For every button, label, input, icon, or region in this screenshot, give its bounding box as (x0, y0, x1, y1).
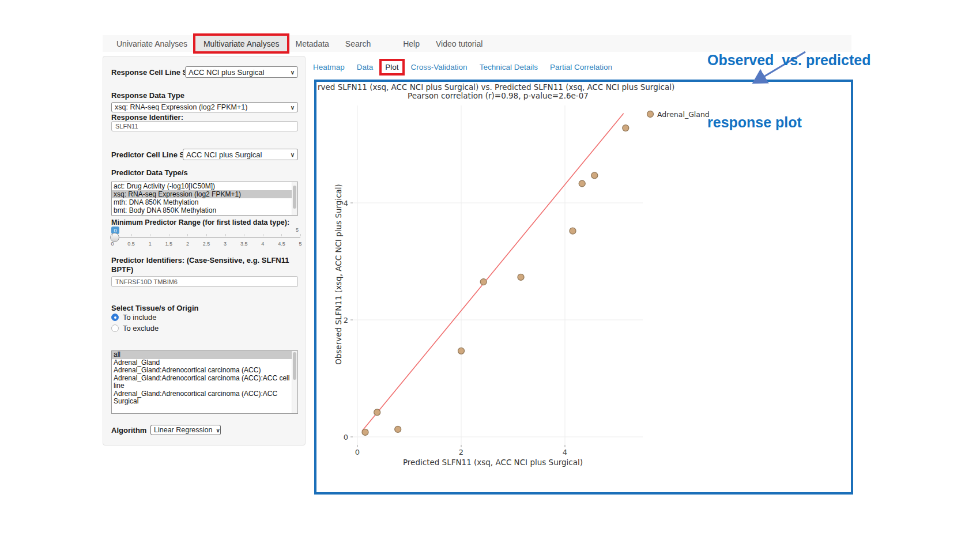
radio-label: To exclude (123, 324, 159, 333)
list-option[interactable]: mth: DNA 850K Methylation (112, 198, 297, 206)
tab-data[interactable]: Data (357, 63, 374, 71)
regression-line (362, 114, 624, 431)
tab-partial-correlation[interactable]: Partial Correlation (550, 63, 612, 71)
predictor-cell-line-set-select[interactable]: ACC NCI plus Surgical ∨ (183, 149, 298, 160)
nav-item-label: Univariate Analyses (116, 39, 187, 48)
predictor-data-types-label: Predictor Data Type/s (111, 168, 188, 178)
chevron-down-icon: ∨ (291, 152, 295, 158)
slider-tick-label: 0.5 (127, 241, 135, 247)
scrollbar-thumb[interactable] (293, 186, 296, 209)
data-point[interactable] (458, 348, 465, 354)
data-point[interactable] (591, 172, 598, 179)
slider-tick-mark (225, 234, 226, 236)
slider-track[interactable] (112, 237, 300, 238)
tab-label: Partial Correlation (550, 63, 612, 71)
list-option[interactable]: all (112, 351, 292, 359)
slider-tick-mark (300, 234, 301, 236)
legend-marker-icon[interactable] (647, 111, 654, 118)
algorithm-value: Linear Regression (154, 426, 212, 434)
response-cell-line-set-select[interactable]: ACC NCI plus Surgical ∨ (185, 66, 298, 78)
page: { "annotation": { "line1": "Observed vs.… (0, 0, 980, 551)
response-identifier-input[interactable] (111, 121, 298, 131)
data-point[interactable] (570, 228, 576, 234)
chevron-down-icon: ∨ (291, 104, 295, 111)
list-option[interactable]: bmt: Body DNA 850K Methylation (112, 206, 297, 214)
tab-technical-details[interactable]: Technical Details (480, 63, 538, 71)
tab-label: Data (357, 63, 374, 71)
response-data-type-select[interactable]: xsq: RNA-seq Expression (log2 FPKM+1) ∨ (111, 102, 298, 112)
data-point[interactable] (395, 426, 401, 432)
x-tick-label: 0 (355, 448, 360, 456)
chevron-down-icon: ∨ (216, 427, 220, 433)
min-predictor-range-label: Minimum Predictor Range (for first liste… (111, 218, 289, 227)
list-option[interactable]: Adrenal_Gland:Adrenocortical carcinoma (… (112, 390, 292, 406)
scrollbar[interactable] (292, 182, 297, 215)
slider-tick-mark (244, 234, 244, 236)
legend-label[interactable]: Adrenal_Gland (657, 110, 710, 119)
algorithm-select[interactable]: Linear Regression ∨ (150, 425, 221, 435)
tab-label: Plot (385, 63, 398, 71)
radio-icon[interactable] (111, 324, 119, 332)
x-tick-label: 2 (459, 448, 463, 456)
slider-tick-label: 4.5 (278, 241, 285, 247)
data-point[interactable] (518, 274, 524, 280)
nav-item-search[interactable]: Search (337, 35, 379, 52)
slider-tick-mark (150, 234, 150, 236)
slider-tick-mark (263, 234, 263, 236)
y-tick-label: 4 (344, 199, 348, 207)
nav-item-label: Help (403, 39, 420, 48)
y-tick-label: 2 (344, 316, 348, 324)
nav-item-label: Video tutorial (436, 39, 483, 48)
nav-item-label: Multivariate Analyses (203, 39, 280, 48)
scrollbar-thumb[interactable] (293, 352, 296, 380)
slider-tick-label: 1 (149, 241, 152, 247)
predictor-data-types-options: act: Drug Activity (-log10[IC50M])xsq: R… (112, 182, 297, 214)
predictor-cell-line-set-label: Predictor Cell Line Set (111, 150, 191, 160)
algorithm-label: Algorithm (111, 426, 146, 435)
data-point[interactable] (480, 279, 487, 285)
response-cell-line-set-value: ACC NCI plus Surgical (189, 68, 265, 77)
slider-tick-mark (131, 234, 132, 236)
tab-label: Technical Details (480, 63, 538, 71)
y-tick-label: 0 (344, 433, 348, 441)
annotation-callout: Observed vs. predicted response plot (707, 8, 870, 153)
tab-label: Cross-Validation (411, 63, 468, 71)
sidebar-panel: Response Cell Line Set ACC NCI plus Surg… (103, 56, 306, 446)
predictor-data-types-listbox[interactable]: act: Drug Activity (-log10[IC50M])xsq: R… (111, 182, 298, 216)
nav-item-help[interactable]: Help (395, 35, 428, 52)
radio-to-include[interactable]: To include (111, 313, 157, 322)
nav-item-metadata[interactable]: Metadata (287, 35, 337, 52)
slider-tick-label: 2 (186, 241, 189, 247)
radio-icon[interactable] (111, 314, 119, 321)
slider-tick-mark (206, 234, 207, 236)
list-option[interactable]: Adrenal_Gland (112, 359, 292, 367)
data-point[interactable] (362, 429, 368, 435)
tab-heatmap[interactable]: Heatmap (313, 63, 345, 71)
nav-item-label: Search (345, 39, 371, 48)
scrollbar[interactable] (292, 351, 297, 413)
annotation-line2: response plot (707, 112, 870, 133)
nav-item-video-tutorial[interactable]: Video tutorial (428, 35, 491, 52)
slider-tick-mark (187, 234, 188, 236)
slider-tick-label: 4 (261, 241, 264, 247)
slider-tick-label: 5 (299, 241, 301, 247)
slider-tick-label: 0 (111, 241, 114, 247)
data-point[interactable] (374, 409, 380, 416)
predictor-identifiers-label: Predictor Identifiers: (Case-Sensitive, … (111, 256, 298, 274)
predictor-identifiers-input[interactable] (111, 276, 298, 287)
list-option[interactable]: act: Drug Activity (-log10[IC50M]) (112, 182, 297, 190)
tab-cross-validation[interactable]: Cross-Validation (411, 63, 468, 71)
list-option[interactable]: xsq: RNA-seq Expression (log2 FPKM+1) (112, 190, 297, 198)
tissue-listbox[interactable]: allAdrenal_GlandAdrenal_Gland:Adrenocort… (111, 350, 298, 414)
slider-max-label: 5 (296, 227, 299, 233)
data-point[interactable] (579, 180, 585, 187)
radio-to-exclude[interactable]: To exclude (111, 324, 159, 333)
predictor-cell-line-set-value: ACC NCI plus Surgical (186, 150, 262, 159)
slider-tick-mark (281, 234, 282, 236)
list-option[interactable]: Adrenal_Gland:Adrenocortical carcinoma (… (112, 375, 292, 390)
data-point[interactable] (623, 125, 629, 131)
tab-plot[interactable]: Plot (385, 63, 398, 71)
nav-item-multivariate-analyses[interactable]: Multivariate Analyses (195, 35, 288, 52)
list-option[interactable]: Adrenal_Gland:Adrenocortical carcinoma (… (112, 367, 292, 375)
nav-item-univariate-analyses[interactable]: Univariate Analyses (108, 35, 195, 52)
